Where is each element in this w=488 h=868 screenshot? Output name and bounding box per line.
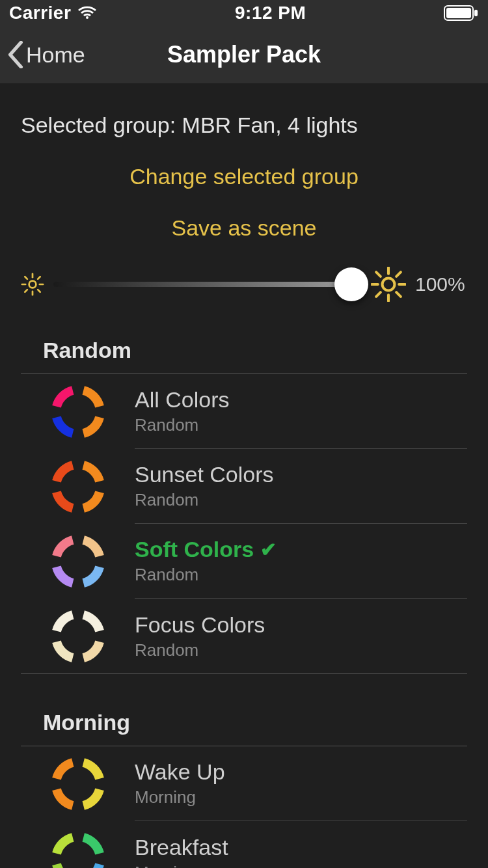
scene-item[interactable]: Soft Colors✔Random [21, 524, 467, 599]
scene-title: Wake Up [135, 759, 467, 785]
color-swatch-icon [51, 385, 105, 439]
scene-subtitle: Morning [135, 863, 467, 869]
svg-rect-2 [474, 10, 478, 16]
nav-bar: Home Sampler Pack [0, 26, 488, 83]
back-button[interactable]: Home [7, 41, 85, 68]
scene-text: BreakfastMorning [135, 821, 467, 868]
color-swatch-icon [51, 534, 105, 589]
svg-line-20 [376, 292, 381, 297]
scene-item[interactable]: Wake UpMorning [21, 746, 467, 821]
scene-text: Soft Colors✔Random [135, 524, 467, 599]
svg-line-19 [396, 272, 401, 277]
check-icon: ✔ [260, 538, 277, 561]
svg-point-12 [383, 278, 395, 291]
color-swatch-icon [51, 459, 105, 514]
svg-line-10 [38, 277, 40, 279]
status-bar: Carrier 9:12 PM [0, 0, 488, 26]
color-swatch-icon [51, 609, 105, 664]
svg-line-17 [376, 272, 381, 277]
scene-subtitle: Random [135, 490, 467, 510]
svg-line-11 [25, 290, 27, 292]
scene-title: Soft Colors✔ [135, 537, 467, 562]
save-scene-button[interactable]: Save as scene [21, 215, 467, 241]
scene-text: Focus ColorsRandom [135, 599, 467, 673]
back-label: Home [26, 42, 85, 68]
svg-point-3 [29, 281, 36, 288]
brightness-slider[interactable] [53, 282, 362, 287]
scene-title: All Colors [135, 387, 467, 413]
scene-subtitle: Random [135, 415, 467, 435]
scene-text: Sunset ColorsRandom [135, 449, 467, 524]
scene-item[interactable]: Focus ColorsRandom [21, 599, 467, 673]
scene-item[interactable]: BreakfastMorning [21, 821, 467, 868]
section-header: Random [43, 338, 467, 363]
scene-text: Wake UpMorning [135, 746, 467, 821]
color-swatch-icon [51, 757, 105, 811]
scene-text: All ColorsRandom [135, 374, 467, 449]
change-group-button[interactable]: Change selected group [21, 164, 467, 189]
svg-line-18 [396, 292, 401, 297]
svg-rect-1 [446, 8, 471, 18]
brightness-high-icon [371, 267, 406, 302]
scene-item[interactable]: Sunset ColorsRandom [21, 449, 467, 524]
svg-line-9 [38, 290, 40, 292]
clock-label: 9:12 PM [97, 3, 444, 23]
scene-item[interactable]: All ColorsRandom [21, 374, 467, 449]
scene-subtitle: Random [135, 565, 467, 585]
battery-icon [444, 5, 479, 21]
section-header: Morning [43, 710, 467, 735]
scene-title: Breakfast [135, 835, 467, 860]
selected-group-label: Selected group: MBR Fan, 4 lights [21, 113, 467, 138]
scene-subtitle: Random [135, 640, 467, 660]
brightness-low-icon [21, 273, 44, 296]
carrier-label: Carrier [9, 3, 71, 23]
scene-subtitle: Morning [135, 787, 467, 807]
color-swatch-icon [51, 832, 105, 869]
scene-title: Focus Colors [135, 612, 467, 638]
slider-thumb[interactable] [334, 267, 368, 301]
wifi-icon [77, 6, 97, 20]
scene-title: Sunset Colors [135, 462, 467, 487]
svg-line-8 [25, 277, 27, 279]
chevron-left-icon [7, 41, 25, 68]
brightness-value: 100% [415, 273, 467, 295]
